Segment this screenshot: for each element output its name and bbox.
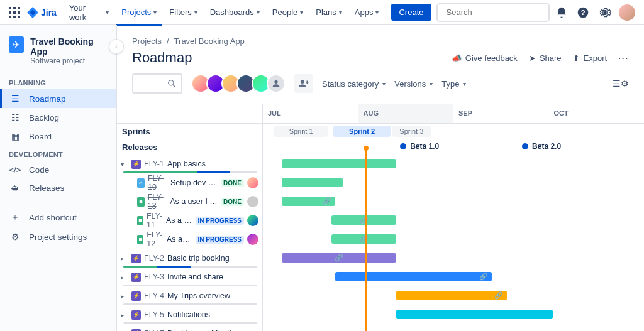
give-feedback-button[interactable]: 📣Give feedback <box>452 53 518 63</box>
breadcrumb-projects[interactable]: Projects <box>132 36 162 46</box>
sidebar-item-code[interactable]: </>Code <box>0 161 116 179</box>
svg-point-17 <box>301 80 304 84</box>
create-button[interactable]: Create <box>391 4 431 21</box>
issue-summary: Invite and share <box>167 273 223 281</box>
sprint-chip[interactable]: Sprint 1 <box>274 126 328 137</box>
brand-label: Jira <box>41 8 57 18</box>
gantt-bar[interactable]: 🔗 <box>331 215 396 225</box>
search-input[interactable] <box>447 8 552 17</box>
profile-avatar[interactable] <box>617 3 636 23</box>
nav-filters[interactable]: Filters▾ <box>164 5 202 19</box>
child-issue-row[interactable]: ■ FLY-13 As a user I can ... DONE 🔗 <box>117 192 644 211</box>
jira-logo[interactable]: Jira <box>27 7 57 18</box>
global-search[interactable] <box>436 3 550 22</box>
child-issue-row[interactable]: ■ FLY-11 As a user... IN PROGRESS 🔗 <box>117 211 644 230</box>
issue-key[interactable]: FLY-1 <box>144 160 164 168</box>
issue-key[interactable]: FLY-3 <box>144 273 164 281</box>
issue-summary: My Trips overview <box>167 291 230 300</box>
share-button[interactable]: ➤Share <box>529 53 562 63</box>
notifications-icon[interactable] <box>552 3 572 23</box>
nav-people[interactable]: People▾ <box>267 5 308 19</box>
child-issue-row[interactable]: ■ FLY-12 As a use... IN PROGRESS 🔗 <box>117 230 644 249</box>
expand-toggle[interactable]: ▸ <box>121 274 128 281</box>
epic-icon: ⚡ <box>131 329 141 332</box>
status-category-filter[interactable]: Status category▾ <box>322 79 386 89</box>
epic-row[interactable]: ▸ ⚡ FLY-7 Booking modifications flow <box>117 324 644 331</box>
gantt-bar[interactable] <box>396 310 552 319</box>
release-marker[interactable]: Beta 2.0 <box>522 142 561 151</box>
gantt-bar[interactable]: 🔗 <box>282 197 335 206</box>
svg-rect-5 <box>18 11 20 14</box>
svg-rect-8 <box>18 16 20 18</box>
epic-row[interactable]: ▸ ⚡ FLY-2 Basic trip booking 🔗 <box>117 249 644 268</box>
type-filter[interactable]: Type▾ <box>441 79 466 89</box>
nav-plans[interactable]: Plans▾ <box>311 5 347 19</box>
issue-key[interactable]: FLY-13 <box>148 193 167 210</box>
expand-toggle[interactable]: ▸ <box>121 312 128 318</box>
sprint-chip[interactable]: Sprint 3 <box>392 126 431 137</box>
more-actions-button[interactable]: ··· <box>618 53 629 63</box>
release-marker[interactable]: Beta 1.0 <box>400 142 439 151</box>
sidebar-item-board[interactable]: ▦Board <box>0 127 116 146</box>
svg-line-15 <box>173 85 175 87</box>
svg-rect-7 <box>13 16 16 18</box>
nav-your-work[interactable]: Your work▾ <box>64 1 114 24</box>
avatar-unassigned[interactable] <box>267 74 286 93</box>
gear-icon[interactable] <box>596 3 615 23</box>
assignee-filter[interactable] <box>191 74 286 93</box>
assignee-avatar[interactable] <box>247 215 258 226</box>
page-title: Roadmap <box>132 50 192 66</box>
link-icon: 🔗 <box>494 291 503 300</box>
issue-key[interactable]: FLY-11 <box>147 212 163 229</box>
sidebar-item-project-settings[interactable]: ⚙Project settings <box>0 227 116 246</box>
issue-key[interactable]: FLY-4 <box>144 291 164 300</box>
expand-toggle[interactable]: ▸ <box>121 255 128 262</box>
view-settings-icon[interactable]: ☰⚙ <box>613 79 629 89</box>
gantt-bar[interactable]: 🔗 <box>335 272 491 281</box>
story-icon: ■ <box>137 216 143 225</box>
issue-key[interactable]: FLY-2 <box>144 254 164 263</box>
breadcrumb-project[interactable]: Travel Booking App <box>174 36 245 46</box>
issue-key[interactable]: FLY-10 <box>148 174 167 192</box>
gantt-bar[interactable] <box>282 159 396 168</box>
today-marker <box>365 148 367 331</box>
sidebar-item-roadmap[interactable]: ☰Roadmap <box>0 89 116 108</box>
chevron-down-icon: ▾ <box>194 9 197 16</box>
svg-rect-2 <box>18 7 20 9</box>
add-people-button[interactable] <box>294 74 313 93</box>
nav-projects[interactable]: Projects▾ <box>116 5 162 19</box>
sprint-chip[interactable]: Sprint 2 <box>333 126 391 137</box>
gantt-bar[interactable]: 🔗 <box>396 291 507 300</box>
epic-icon: ⚡ <box>131 310 141 320</box>
gantt-bar[interactable]: 🔗 <box>282 253 396 263</box>
help-icon[interactable]: ? <box>574 3 593 23</box>
svg-rect-0 <box>9 7 11 9</box>
nav-apps[interactable]: Apps▾ <box>350 5 384 19</box>
sidebar-item-add-shortcut[interactable]: ＋Add shortcut <box>0 207 116 227</box>
roadmap-search[interactable] <box>132 73 182 94</box>
assignee-avatar[interactable] <box>247 196 258 207</box>
chevron-down-icon: ▾ <box>153 9 157 16</box>
expand-toggle[interactable]: ▾ <box>121 161 128 168</box>
app-switcher-icon[interactable] <box>8 5 22 20</box>
link-icon: 🔗 <box>479 273 488 281</box>
export-button[interactable]: ⬆Export <box>573 53 608 63</box>
gantt-bar[interactable] <box>282 178 343 187</box>
epic-row[interactable]: ▸ ⚡ FLY-3 Invite and share 🔗 <box>117 268 644 286</box>
svg-point-16 <box>274 80 277 84</box>
issue-key[interactable]: FLY-5 <box>144 310 164 319</box>
gantt-bar[interactable]: 🔗 <box>331 234 396 244</box>
versions-filter[interactable]: Versions▾ <box>394 79 433 89</box>
link-icon: 🔗 <box>323 197 331 205</box>
epic-row[interactable]: ▸ ⚡ FLY-4 My Trips overview 🔗 <box>117 286 644 305</box>
expand-toggle[interactable]: ▸ <box>121 293 128 300</box>
epic-row[interactable]: ▸ ⚡ FLY-5 Notifications <box>117 305 644 324</box>
sidebar-item-releases[interactable]: ⛴Releases <box>0 179 116 197</box>
assignee-avatar[interactable] <box>247 177 258 188</box>
child-issue-row[interactable]: ✓ FLY-10 Setup dev and ... DONE <box>117 173 644 192</box>
epic-row[interactable]: ▾ ⚡ FLY-1 App basics <box>117 155 644 173</box>
nav-dashboards[interactable]: Dashboards▾ <box>205 5 265 19</box>
issue-key[interactable]: FLY-12 <box>147 231 164 248</box>
assignee-avatar[interactable] <box>247 234 258 245</box>
sidebar-item-backlog[interactable]: ☷Backlog <box>0 108 116 127</box>
